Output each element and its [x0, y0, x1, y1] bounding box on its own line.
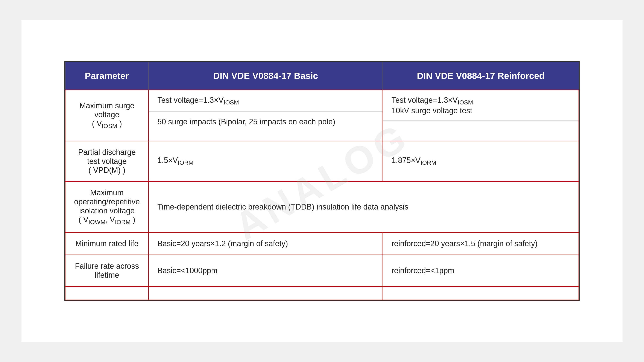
basic-surge-voltage: Test voltage=1.3×VIOSM 50 surge impacts …	[148, 90, 383, 141]
basic-min-rated-life: Basic=20 years×1.2 (margin of safety)	[148, 232, 383, 255]
page-container: ANALOG Parameter DIN VDE V0884-17 Basic …	[22, 20, 622, 342]
reinforced-partial-discharge: 1.875×VIORM	[383, 141, 579, 181]
table-row: Failure rate across lifetime Basic=<1000…	[65, 255, 579, 286]
basic-surge-top: Test voltage=1.3×VIOSM	[149, 90, 382, 112]
reinforced-failure-rate: reinforced=<1ppm	[383, 255, 579, 286]
table-row: Partial discharge test voltage ( VPD(M) …	[65, 141, 579, 181]
table-row: Minimum rated life Basic=20 years×1.2 (m…	[65, 232, 579, 255]
param-vpd-label: ( VPD(M) )	[88, 166, 125, 175]
comparison-table: Parameter DIN VDE V0884-17 Basic DIN VDE…	[65, 62, 579, 300]
basic-failure-rate: Basic=<1000ppm	[148, 255, 383, 286]
param-surge-voltage: Maximum surge voltage ( VIOSM )	[65, 90, 149, 141]
header-reinforced: DIN VDE V0884-17 Reinforced	[383, 62, 579, 90]
param-partial-discharge: Partial discharge test voltage ( VPD(M) …	[65, 141, 149, 181]
empty-reinforced	[383, 286, 579, 300]
reinforced-min-rated-life: reinforced=20 years×1.5 (margin of safet…	[383, 232, 579, 255]
param-failure-rate: Failure rate across lifetime	[65, 255, 149, 286]
table-wrapper: Parameter DIN VDE V0884-17 Basic DIN VDE…	[64, 61, 580, 301]
param-viowm-label: ( VIOWM, VIORM )	[78, 215, 135, 224]
reinforced-surge-top: Test voltage=1.3×VIOSM 10kV surge voltag…	[383, 90, 578, 121]
basic-surge-bottom: 50 surge impacts (Bipolar, 25 impacts on…	[149, 112, 382, 132]
header-parameter: Parameter	[65, 62, 149, 90]
basic-partial-discharge: 1.5×VIORM	[148, 141, 383, 181]
table-row: Maximum surge voltage ( VIOSM ) Test vol…	[65, 90, 579, 141]
empty-param	[65, 286, 149, 300]
param-min-rated-life: Minimum rated life	[65, 232, 149, 255]
reinforced-surge-voltage: Test voltage=1.3×VIOSM 10kV surge voltag…	[383, 90, 579, 141]
table-row: Maximum operating/repetitive isolation v…	[65, 181, 579, 232]
param-max-operating: Maximum operating/repetitive isolation v…	[65, 181, 149, 232]
param-label: ( VIOSM )	[92, 119, 122, 128]
table-row-empty	[65, 286, 579, 300]
merged-tddb: Time-dependent dielectric breakdown (TDD…	[148, 181, 579, 232]
empty-basic	[148, 286, 383, 300]
header-basic: DIN VDE V0884-17 Basic	[148, 62, 383, 90]
